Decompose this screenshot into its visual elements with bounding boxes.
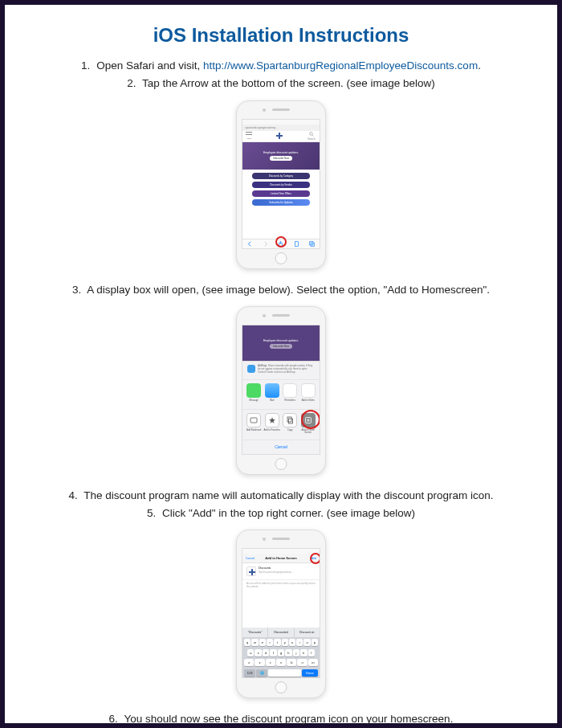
- star-icon: [265, 413, 279, 427]
- home-button: [275, 252, 287, 264]
- airdrop-icon: [247, 365, 255, 373]
- subscribe-button: Subscribe Now: [270, 156, 292, 161]
- phone-camera: [263, 314, 266, 317]
- back-icon: [247, 241, 253, 247]
- add-button: Add: [312, 557, 316, 560]
- key-done: Done: [302, 669, 318, 677]
- suggestion: "Discounts": [242, 628, 268, 637]
- key-123: 123: [244, 669, 255, 677]
- share-sheet: AirDrop. Share instantly with people nea…: [242, 361, 320, 454]
- tabs-icon: [309, 241, 315, 247]
- key: f: [270, 649, 276, 656]
- step-number: 6.: [109, 713, 118, 725]
- message-icon: [246, 383, 261, 398]
- notes-icon: [301, 383, 316, 398]
- key: h: [285, 649, 291, 656]
- suggestions-bar: "Discounts" Discounted Discount on: [242, 628, 320, 637]
- key-space: [268, 669, 300, 677]
- phone-frame: Employee discount updates. Subscribe Now…: [236, 306, 326, 475]
- key: d: [263, 649, 269, 656]
- airdrop-row: AirDrop. Share instantly with people nea…: [242, 362, 320, 379]
- key: c: [266, 659, 275, 666]
- book-icon: [246, 413, 261, 427]
- vendor-button: Discounts by Vendor: [252, 182, 310, 188]
- page-title: iOS Installation Instructions: [21, 24, 541, 47]
- key: m: [308, 659, 318, 666]
- step-text: Click "Add" in the top right corner. (se…: [162, 507, 415, 519]
- name-field: Discounts: [259, 566, 316, 570]
- suggestion: Discounted: [268, 628, 294, 637]
- key: k: [300, 649, 307, 656]
- key: j: [293, 649, 299, 656]
- step-number: 2.: [127, 77, 136, 89]
- search-icon: [309, 132, 314, 137]
- action-add-bookmark: Add Bookmark: [246, 413, 263, 436]
- menu-icon: [246, 132, 252, 137]
- offers-button: Limited Time Offers: [252, 190, 310, 197]
- step-text-post: .: [478, 59, 481, 72]
- phone-speaker: [272, 108, 290, 111]
- url-field: http://m.spartanburgregionalemp...: [259, 571, 316, 574]
- share-tile-message: Message: [246, 383, 263, 407]
- site-icon: [246, 566, 256, 576]
- action-add-favorites: Add to Favorites: [264, 413, 281, 436]
- keyboard-row: 123 🌐 Done: [242, 668, 320, 678]
- svg-point-0: [310, 132, 313, 135]
- step-number: 3.: [72, 284, 81, 296]
- step-text: The discount program name will automatic…: [83, 489, 493, 501]
- svg-rect-6: [311, 243, 314, 246]
- buttons-stack: Discounts by Category Discounts by Vendo…: [242, 170, 320, 209]
- share-row-actions: Add Bookmark Add to Favorites Copy Add t…: [242, 409, 320, 440]
- safari-url-bar: spartanburgregionalemp...: [242, 125, 320, 131]
- share-icon: [278, 241, 283, 247]
- key: t: [274, 639, 280, 646]
- suggestion: Discount on: [295, 628, 320, 637]
- hint-text: An icon will be added to your home scree…: [242, 580, 320, 591]
- nav-bar: Cancel Add to Home Screen Add: [242, 554, 320, 563]
- step-2: 2. Tap the Arrow at the bottom of the sc…: [21, 76, 541, 92]
- phone-frame: Cancel Add to Home Screen Add Discounts …: [236, 530, 326, 698]
- install-url-link[interactable]: http://www.SpartanburgRegionalEmployeeDi…: [203, 59, 478, 72]
- phone-frame: spartanburgregionalemp... Menu Search Em…: [236, 100, 326, 269]
- phone-screen: Cancel Add to Home Screen Add Discounts …: [242, 548, 320, 678]
- step-3: 3. A display box will open, (see image b…: [21, 282, 541, 298]
- phone-speaker: [272, 314, 290, 317]
- key: q: [244, 639, 250, 646]
- share-row-apps: Message Mail Reminders Add to Notes: [242, 379, 320, 410]
- key: u: [289, 639, 295, 646]
- menu-label: Menu: [246, 137, 251, 140]
- dimmed-background: Employee discount updates. Subscribe Now: [242, 325, 320, 362]
- key: l: [308, 649, 315, 656]
- hero-banner: Employee discount updates. Subscribe Now: [242, 142, 320, 170]
- forward-icon: [263, 241, 268, 247]
- nav-title: Add to Home Screen: [242, 556, 320, 560]
- form-fields: Discounts http://m.spartanburgregionalem…: [259, 566, 316, 574]
- share-tile-reminders: Reminders: [282, 383, 299, 407]
- svg-rect-9: [287, 417, 291, 422]
- svg-rect-5: [310, 241, 313, 244]
- phone-camera: [263, 108, 266, 112]
- key: v: [276, 659, 286, 666]
- step-number: 4.: [68, 489, 77, 501]
- key: w: [251, 639, 258, 646]
- step-6: 6. You should now see the discount progr…: [21, 711, 541, 727]
- key: x: [255, 659, 264, 666]
- keyboard: "Discounts" Discounted Discount on qwert…: [242, 628, 320, 677]
- cancel-button: Cancel: [242, 440, 320, 454]
- share-tile-mail: Mail: [264, 383, 281, 407]
- phone-illustration-3: Cancel Add to Home Screen Add Discounts …: [21, 530, 541, 698]
- action-add-homescreen: Add to Home Screen: [300, 413, 317, 436]
- keyboard-row: zxcvbnm: [242, 657, 320, 668]
- reminders-icon: [283, 383, 297, 398]
- subscribe-button: Subscribe Now: [270, 344, 292, 349]
- action-copy: Copy: [282, 413, 299, 436]
- key: i: [296, 639, 303, 646]
- page: iOS Installation Instructions 1. Open Sa…: [0, 0, 562, 728]
- keyboard-row: qwertyuiop: [242, 637, 320, 648]
- hero-title: Employee discount updates.: [263, 151, 299, 154]
- svg-rect-7: [250, 418, 257, 423]
- keyboard-row: asdfghjkl: [242, 648, 320, 658]
- step-4: 4. The discount program name will automa…: [21, 488, 541, 504]
- key: s: [255, 649, 261, 656]
- key: z: [244, 659, 254, 666]
